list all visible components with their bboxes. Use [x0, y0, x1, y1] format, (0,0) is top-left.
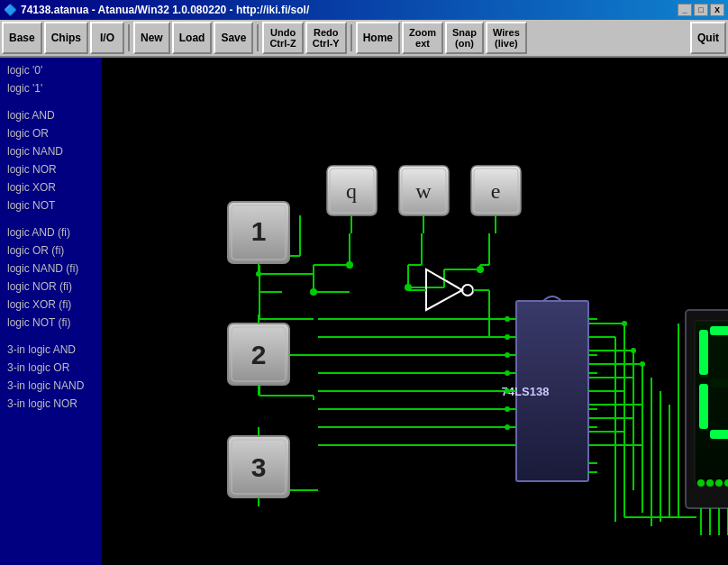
svg-point-130: [505, 424, 510, 430]
sidebar: logic '0' logic '1' logic AND logic OR l…: [0, 58, 102, 565]
menu-zoom[interactable]: Zoomext: [402, 22, 443, 54]
separator-1: [128, 24, 130, 51]
svg-point-67: [622, 321, 627, 326]
svg-text:w: w: [415, 179, 432, 203]
sidebar-item-3in-nor[interactable]: 3-in logic NOR: [0, 395, 102, 413]
separator-2: [257, 24, 259, 51]
svg-point-143: [715, 479, 723, 487]
svg-text:q: q: [346, 179, 357, 203]
svg-point-127: [505, 370, 510, 376]
titlebar-title: 74138.atanua - Atanua/Win32 1.0.080220 -…: [21, 4, 309, 16]
sidebar-item-3in-nand[interactable]: 3-in logic NAND: [0, 377, 102, 395]
menu-new[interactable]: New: [133, 22, 170, 54]
titlebar-controls: _ □ X: [678, 4, 724, 16]
sidebar-item-logic-nor[interactable]: logic NOR: [0, 160, 102, 178]
sidebar-item-logic-xor-fi[interactable]: logic XOR (fi): [0, 296, 102, 314]
svg-point-24: [477, 266, 484, 273]
menu-snap[interactable]: Snap(on): [445, 22, 484, 54]
sidebar-spacer-2: [0, 214, 102, 223]
svg-point-22: [346, 261, 353, 269]
menu-chips[interactable]: Chips: [44, 22, 88, 54]
svg-point-87: [256, 271, 261, 277]
titlebar: 🔷 74138.atanua - Atanua/Win32 1.0.080220…: [0, 0, 728, 20]
svg-text:2: 2: [251, 340, 267, 369]
svg-rect-139: [710, 378, 728, 387]
menu-io[interactable]: I/O: [90, 22, 124, 54]
menu-save[interactable]: Save: [214, 22, 253, 54]
sidebar-item-logic-xor[interactable]: logic XOR: [0, 178, 102, 196]
sidebar-item-3in-or[interactable]: 3-in logic OR: [0, 359, 102, 377]
svg-rect-138: [699, 330, 708, 375]
menu-redo[interactable]: RedoCtrl-Y: [305, 22, 347, 54]
sidebar-item-logic-nand[interactable]: logic NAND: [0, 142, 102, 160]
sidebar-item-logic-not[interactable]: logic NOT: [0, 196, 102, 214]
svg-point-124: [505, 316, 510, 322]
sidebar-item-logic0[interactable]: logic '0': [0, 61, 102, 79]
separator-3: [350, 24, 352, 51]
sidebar-item-logic1[interactable]: logic '1': [0, 79, 102, 97]
svg-text:3: 3: [251, 452, 267, 482]
sidebar-item-3in-and[interactable]: 3-in logic AND: [0, 341, 102, 359]
svg-point-125: [505, 334, 510, 340]
menubar: Base Chips I/O New Load Save UndoCtrl-Z …: [0, 20, 728, 58]
sidebar-item-logic-or[interactable]: logic OR: [0, 124, 102, 142]
circuit-canvas[interactable]: q w e 1 2: [102, 58, 728, 565]
svg-rect-133: [710, 326, 728, 335]
svg-point-23: [310, 288, 317, 296]
close-button[interactable]: X: [710, 4, 724, 16]
svg-point-129: [505, 406, 510, 412]
maximize-button[interactable]: □: [694, 4, 708, 16]
svg-rect-136: [710, 430, 728, 439]
app-icon: 🔷: [4, 4, 17, 16]
circuit-svg: q w e 1 2: [102, 58, 728, 565]
sidebar-item-logic-nor-fi[interactable]: logic NOR (fi): [0, 278, 102, 296]
sidebar-item-logic-and-fi[interactable]: logic AND (fi): [0, 223, 102, 241]
sidebar-spacer-1: [0, 97, 102, 106]
svg-point-141: [697, 479, 705, 487]
menu-quit[interactable]: Quit: [690, 22, 726, 54]
svg-point-68: [631, 348, 636, 353]
titlebar-left: 🔷 74138.atanua - Atanua/Win32 1.0.080220…: [4, 4, 309, 16]
menu-load[interactable]: Load: [172, 22, 213, 54]
menu-base[interactable]: Base: [2, 22, 42, 54]
sidebar-item-logic-not-fi[interactable]: logic NOT (fi): [0, 314, 102, 332]
svg-point-69: [640, 361, 645, 367]
sidebar-item-logic-and[interactable]: logic AND: [0, 106, 102, 124]
menu-undo[interactable]: UndoCtrl-Z: [262, 22, 303, 54]
svg-point-126: [505, 352, 510, 358]
main-area: logic '0' logic '1' logic AND logic OR l…: [0, 58, 728, 565]
svg-text:1: 1: [251, 216, 267, 246]
minimize-button[interactable]: _: [678, 4, 692, 16]
sidebar-spacer-3: [0, 332, 102, 341]
svg-rect-137: [699, 384, 708, 429]
sidebar-item-logic-nand-fi[interactable]: logic NAND (fi): [0, 260, 102, 278]
svg-point-128: [505, 388, 510, 394]
sidebar-item-logic-or-fi[interactable]: logic OR (fi): [0, 241, 102, 260]
svg-text:e: e: [491, 179, 501, 203]
menu-wires[interactable]: Wires(live): [486, 22, 527, 54]
menu-home[interactable]: Home: [356, 22, 400, 54]
svg-point-142: [706, 479, 714, 487]
